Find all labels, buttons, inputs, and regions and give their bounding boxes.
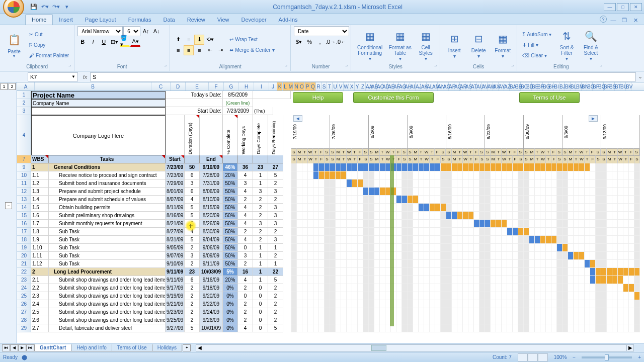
row-header-23[interactable]: 23: [17, 276, 31, 284]
align-right-icon[interactable]: ≡: [194, 45, 204, 55]
col-header-G[interactable]: G: [224, 82, 239, 90]
col-header-X[interactable]: X: [349, 82, 355, 90]
tab-home[interactable]: Home: [25, 14, 53, 25]
col-header-U[interactable]: U: [333, 82, 338, 90]
row-header-24[interactable]: 24: [17, 284, 31, 292]
align-left-icon[interactable]: ≡: [173, 45, 183, 55]
col-header-BD[interactable]: BD: [526, 82, 532, 90]
normal-view-icon[interactable]: [518, 353, 528, 361]
col-header-BF[interactable]: BF: [537, 82, 543, 90]
row-headers[interactable]: 1234791011121314151617181920212223242526…: [17, 91, 31, 332]
tab-addins[interactable]: Add-Ins: [273, 15, 304, 25]
new-sheet-icon[interactable]: ✦: [183, 344, 191, 351]
row-header-22[interactable]: 22: [17, 268, 31, 276]
currency-icon[interactable]: $▾: [294, 37, 304, 47]
col-header-BH[interactable]: BH: [548, 82, 554, 90]
col-header-AT[interactable]: AT: [471, 82, 476, 90]
scroll-left-icon[interactable]: ◄: [293, 115, 302, 122]
logo-placeholder[interactable]: Company Logo Here: [31, 115, 166, 155]
table-row[interactable]: 1.8 Sub Task 8/27/09 4 8/30/09 50% 2 2 2: [31, 228, 644, 236]
col-header-E[interactable]: E: [186, 82, 209, 90]
table-row[interactable]: 1.5 Obtain building permits 8/11/09 5 8/…: [31, 204, 644, 212]
col-header-AG[interactable]: AG: [399, 82, 405, 90]
col-header-V[interactable]: V: [338, 82, 344, 90]
row-header-25[interactable]: 25: [17, 292, 31, 300]
row-header-18[interactable]: 18: [17, 236, 31, 244]
todays-date-value[interactable]: 8/5/2009: [223, 91, 253, 99]
zoom-level[interactable]: 100%: [554, 354, 567, 360]
row-header-27[interactable]: 27: [17, 308, 31, 316]
table-row[interactable]: 2.7 Detail, fabricate and deliver steel …: [31, 324, 644, 332]
row-header-29[interactable]: 29: [17, 324, 31, 332]
undo-icon[interactable]: ↶▾: [40, 3, 49, 12]
table-row[interactable]: 1.10 Sub Task 9/05/09 2 9/06/09 50% 0 1 …: [31, 244, 644, 252]
tab-formulas[interactable]: Formulas: [122, 15, 157, 25]
col-header-Y[interactable]: Y: [355, 82, 360, 90]
decrease-decimal-icon[interactable]: .0←: [336, 37, 346, 47]
col-header-C[interactable]: C: [151, 82, 171, 90]
tab-developer[interactable]: Developer: [235, 15, 272, 25]
clear-button[interactable]: ⌫Clear▾: [520, 50, 553, 60]
table-row[interactable]: 1.11 Sub Task 9/07/09 3 9/09/09 50% 3 1 …: [31, 252, 644, 260]
col-header-BE[interactable]: BE: [532, 82, 537, 90]
row-header-1[interactable]: 1: [17, 91, 31, 99]
comma-icon[interactable]: ,: [315, 37, 325, 47]
col-header-P[interactable]: P: [305, 82, 310, 90]
col-header-BR[interactable]: BR: [604, 82, 609, 90]
sheet-tab-help[interactable]: Help and Info: [71, 344, 112, 351]
col-header-AJ[interactable]: AJ: [416, 82, 421, 90]
col-header-AN[interactable]: AN: [438, 82, 443, 90]
tab-page-layout[interactable]: Page Layout: [79, 15, 122, 25]
grow-font-icon[interactable]: A↑: [141, 26, 151, 36]
tab-review[interactable]: Review: [181, 15, 211, 25]
qat-customize-icon[interactable]: ▾: [62, 3, 71, 12]
row-header-3[interactable]: 3: [17, 107, 31, 115]
close-button[interactable]: ✕: [630, 3, 642, 11]
border-icon[interactable]: ⊞▾: [109, 37, 119, 47]
col-header-BJ[interactable]: BJ: [559, 82, 565, 90]
table-row[interactable]: 1.2 Submit bond and insurance documents …: [31, 179, 644, 188]
tab-insert[interactable]: Insert: [53, 15, 79, 25]
format-as-table-button[interactable]: ▦Format as Table▾: [387, 28, 413, 61]
zoom-out-icon[interactable]: −: [573, 354, 576, 360]
zoom-in-icon[interactable]: +: [638, 354, 641, 360]
row-header-11[interactable]: 11: [17, 179, 31, 188]
col-header-K[interactable]: K: [277, 82, 283, 90]
table-row[interactable]: 2.1 Submit shop drawings and order long …: [31, 276, 644, 284]
col-header-A[interactable]: A: [17, 82, 35, 90]
delete-cells-button[interactable]: ⊟Delete▾: [467, 28, 490, 61]
bold-button[interactable]: B: [77, 37, 88, 47]
col-header-N[interactable]: N: [294, 82, 299, 90]
table-row[interactable]: 1.7 Submit monthly requests for payment …: [31, 220, 644, 228]
formula-input[interactable]: S: [90, 72, 636, 81]
col-header-BM[interactable]: BM: [576, 82, 582, 90]
col-header-AR[interactable]: AR: [460, 82, 465, 90]
col-header-AC[interactable]: AC: [377, 82, 382, 90]
col-header-AY[interactable]: AY: [499, 82, 504, 90]
table-row[interactable]: 2 Long Lead Procurement 9/11/09 23 10/03…: [31, 268, 644, 276]
col-header-Z[interactable]: Z: [360, 82, 366, 90]
name-box[interactable]: K7▼: [28, 72, 78, 81]
table-row[interactable]: 2.3 Submit shop drawings and order long …: [31, 292, 644, 300]
start-date-value[interactable]: 7/23/2009: [223, 107, 253, 115]
autosum-button[interactable]: ΣAutoSum▾: [520, 29, 553, 39]
redo-icon[interactable]: ↷▾: [51, 3, 60, 12]
sort-filter-button[interactable]: ⇅Sort & Filter▾: [555, 28, 578, 61]
fx-button[interactable]: fx: [80, 74, 90, 80]
col-header-BS[interactable]: BS: [609, 82, 615, 90]
col-header-BI[interactable]: BI: [554, 82, 559, 90]
col-header-AI[interactable]: AI: [410, 82, 416, 90]
cell-styles-button[interactable]: ▦Cell Styles▾: [415, 28, 437, 61]
col-header-L[interactable]: L: [283, 82, 288, 90]
row-header-16[interactable]: 16: [17, 220, 31, 228]
merge-center-button[interactable]: ⬌Merge & Center▾: [227, 45, 277, 55]
customize-button[interactable]: Customize this Form: [353, 92, 434, 103]
col-header-AA[interactable]: AA: [366, 82, 371, 90]
table-row[interactable]: 2.6 Submit shop drawings and order long …: [31, 316, 644, 324]
minimize-button[interactable]: —: [604, 3, 616, 11]
conditional-formatting-button[interactable]: ▦Conditional Formatting▾: [354, 28, 385, 61]
col-header-D[interactable]: D: [171, 82, 186, 90]
insert-cells-button[interactable]: ⊞Insert▾: [443, 28, 465, 61]
italic-button[interactable]: I: [88, 37, 98, 47]
sheet-nav-first[interactable]: ⏮: [2, 344, 10, 351]
